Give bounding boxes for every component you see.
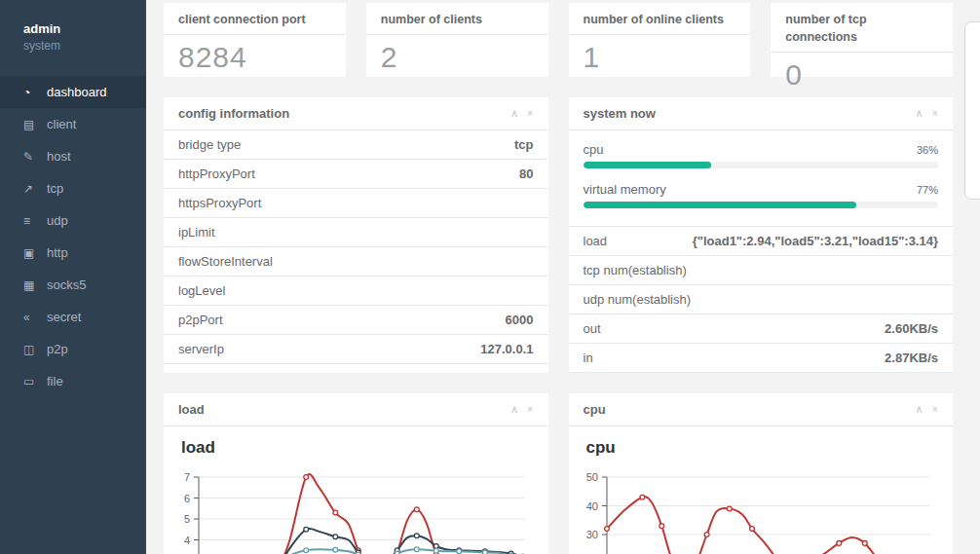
system-now-panel: system now ∧ × cpu 36% — [569, 97, 954, 373]
row-label: logLevel — [178, 283, 225, 298]
table-row: load {"load1":2.94,"load5":3.21,"load15"… — [569, 227, 954, 256]
copy-icon: ▤ — [23, 118, 47, 131]
row-label: flowStoreInterval — [178, 254, 273, 269]
row-value: tcp — [514, 137, 534, 152]
progress-track — [584, 202, 939, 208]
table-row: ipLimit — [164, 218, 548, 247]
sidebar-item-host[interactable]: ✎ host — [0, 140, 146, 172]
svg-text:4: 4 — [184, 535, 190, 546]
chart-panels-row: load ∧ × load 765432 cpu ∧ × cpu — [164, 393, 953, 554]
stat-card-client-connection-port: client connection port 8284 — [164, 3, 346, 77]
sidebar-item-http[interactable]: ▣ http — [0, 237, 146, 269]
sidebar-item-label: host — [47, 149, 71, 164]
load-line-chart: 765432 — [164, 467, 548, 554]
table-row: tcp num(establish) — [569, 256, 954, 285]
dashboard-icon: ◔ — [23, 86, 47, 99]
sidebar-user-panel: admin system — [0, 0, 146, 66]
cpu-line-chart: 5040302010 — [569, 467, 954, 554]
gauge-label: virtual memory — [584, 182, 666, 197]
row-label: httpsProxyPort — [178, 196, 261, 210]
table-row: serverIp 127.0.0.1 — [164, 335, 548, 364]
collapse-icon[interactable]: ∧ — [916, 403, 923, 416]
row-label: load — [584, 234, 608, 248]
row-value: 2.87KB/s — [885, 351, 938, 365]
stat-value: 1 — [584, 41, 601, 73]
backward-icon: « — [23, 311, 47, 324]
config-information-panel: config information ∧ × bridge type tcp h… — [164, 97, 548, 373]
row-label: udp num(establish) — [584, 292, 692, 307]
virtual-memory-gauge: virtual memory 77% — [584, 182, 939, 208]
sidebar-item-label: secret — [47, 310, 81, 324]
table-row: flowStoreInterval — [164, 247, 548, 277]
chart-title: load — [181, 438, 548, 458]
sidebar-item-file[interactable]: ▭ file — [0, 365, 146, 397]
panel-title: cpu — [584, 402, 606, 417]
collapse-icon[interactable]: ∧ — [510, 403, 518, 416]
panel-title: system now — [584, 106, 656, 121]
load-chart-panel: load ∧ × load 765432 — [164, 393, 548, 554]
svg-text:30: 30 — [585, 529, 597, 540]
table-row: httpProxyPort 80 — [164, 160, 548, 189]
sidebar-item-dashboard[interactable]: ◔ dashboard — [0, 76, 146, 108]
system-table: load {"load1":2.94,"load5":3.21,"load15"… — [569, 226, 954, 373]
stat-card-number-of-online-clients: number of online clients 1 — [569, 3, 751, 77]
row-value: 6000 — [506, 313, 534, 327]
pencil-icon: ✎ — [23, 150, 47, 164]
gauge-label: cpu — [584, 142, 604, 157]
svg-text:7: 7 — [184, 471, 190, 483]
sidebar-item-client[interactable]: ▤ client — [0, 108, 146, 140]
stat-card-number-of-tcp-connections: number of tcp connections 0 — [771, 3, 953, 77]
row-value: 80 — [519, 166, 533, 181]
stat-value: 8284 — [178, 41, 247, 73]
row-value: 127.0.0.1 — [480, 342, 533, 356]
stat-label: client connection port — [178, 13, 306, 26]
close-icon[interactable]: × — [527, 107, 533, 120]
stat-card-number-of-clients: number of clients 2 — [366, 3, 548, 77]
panel-title: load — [178, 402, 205, 417]
sidebar-item-socks5[interactable]: ▦ socks5 — [0, 269, 146, 301]
sidebar-item-p2p[interactable]: ◫ p2p — [0, 333, 146, 365]
table-icon: ▦ — [23, 278, 47, 292]
row-label: serverIp — [178, 342, 224, 356]
sidebar: admin system ◔ dashboard ▤ client ✎ host… — [0, 0, 146, 554]
stat-label: number of clients — [381, 13, 482, 26]
close-icon[interactable]: × — [932, 403, 938, 416]
table-row: udp num(establish) — [569, 285, 954, 314]
laptop-icon: ▭ — [23, 375, 47, 388]
row-label: tcp num(establish) — [584, 263, 687, 277]
scrollbar-thumb[interactable] — [964, 21, 980, 200]
svg-text:5: 5 — [184, 513, 190, 525]
svg-text:40: 40 — [585, 500, 597, 512]
sidebar-item-label: socks5 — [47, 277, 86, 292]
row-value: 2.60KB/s — [885, 321, 938, 336]
row-label: httpProxyPort — [178, 166, 255, 181]
table-row: out 2.60KB/s — [569, 314, 954, 344]
row-label: in — [584, 351, 593, 365]
stat-cards-row: client connection port 8284 number of cl… — [164, 3, 953, 77]
close-icon[interactable]: × — [527, 403, 533, 416]
gauge-percent: 77% — [917, 184, 938, 196]
close-icon[interactable]: × — [932, 107, 938, 120]
sidebar-item-label: dashboard — [47, 85, 106, 99]
sidebar-item-label: client — [47, 117, 76, 131]
row-label: p2pPort — [178, 313, 223, 327]
sidebar-item-udp[interactable]: ≡ udp — [0, 204, 146, 237]
list-icon: ≡ — [23, 214, 47, 228]
gauge-percent: 36% — [917, 144, 938, 156]
sidebar-item-label: file — [47, 374, 63, 388]
main-content: client connection port 8284 number of cl… — [146, 0, 980, 554]
line-chart-icon: ↗ — [23, 182, 47, 196]
stat-label: number of online clients — [584, 13, 724, 26]
collapse-icon[interactable]: ∧ — [510, 107, 518, 120]
progress-track — [584, 162, 939, 168]
progress-fill — [584, 202, 857, 208]
collapse-icon[interactable]: ∧ — [916, 107, 923, 120]
sidebar-item-secret[interactable]: « secret — [0, 301, 146, 333]
config-table: bridge type tcp httpProxyPort 80 httpsPr… — [164, 130, 548, 364]
cpu-gauge: cpu 36% — [584, 142, 939, 168]
sidebar-item-label: p2p — [47, 342, 68, 356]
user-role: system — [23, 39, 146, 53]
sidebar-item-tcp[interactable]: ↗ tcp — [0, 172, 146, 204]
square-icon: ◫ — [23, 343, 47, 356]
sidebar-item-label: tcp — [47, 181, 63, 196]
